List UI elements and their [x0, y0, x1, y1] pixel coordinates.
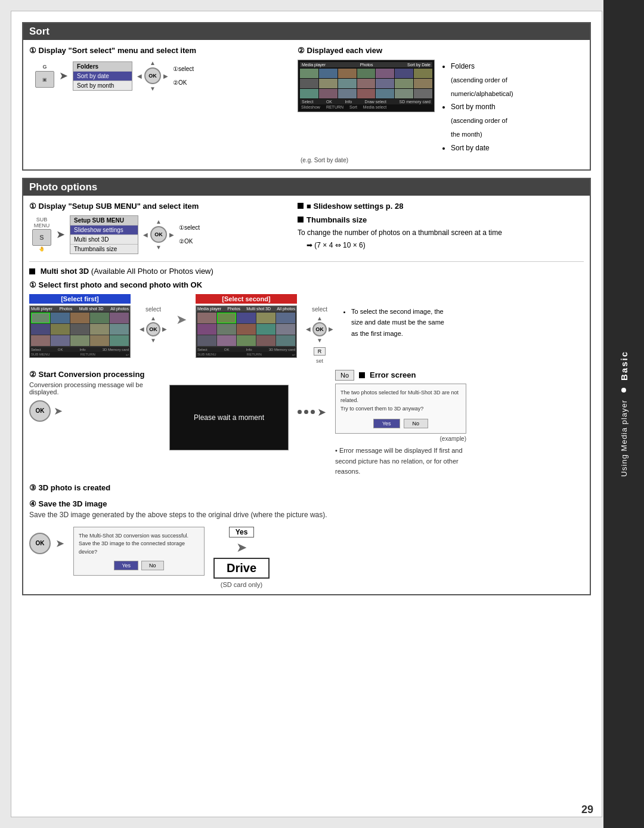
save-no-btn[interactable]: No	[141, 561, 164, 570]
no-label-box: No	[335, 370, 354, 381]
sort-eg-label: (e.g. Sort by date)	[301, 157, 584, 163]
wait-screen: Please wait a moment	[169, 385, 289, 450]
page-number: 29	[581, 804, 593, 816]
start-conversion-title: ② Start Conversion processing	[29, 370, 160, 379]
save-dialog: The Multi-Shot 3D conversion was success…	[73, 527, 205, 576]
sidebar-using-label: Using Media player	[620, 400, 628, 477]
error-screen-title: Error screen	[359, 370, 416, 379]
ok-btn-select-first[interactable]: OK	[146, 322, 160, 336]
error-note: • Error message will be displayed If fir…	[335, 446, 484, 477]
multishot-section: Multi shot 3D (Available All Photo or Ph…	[29, 261, 584, 588]
photo-select-label: ①select	[179, 224, 200, 231]
camera-g-icon: G ▣	[35, 64, 54, 88]
ok-btn-select-second[interactable]: OK	[312, 322, 327, 336]
sidebar-basic-label: Basic	[619, 351, 629, 381]
error-yes-btn[interactable]: Yes	[373, 419, 400, 428]
select-second-label: [Select second]	[196, 294, 297, 304]
save-desc: Save the 3D image generated by the above…	[29, 511, 584, 519]
ok-button-sort[interactable]: OK	[144, 67, 161, 84]
sort-section-header: Sort	[23, 23, 590, 40]
photo-ok-label: ②OK	[179, 238, 200, 245]
multishot-title: Multi shot 3D (Available All Photo or Ph…	[29, 267, 584, 276]
sort-select-label: ①select	[173, 66, 194, 72]
step4-title: ④ Save the 3D image	[29, 499, 584, 508]
photo-step1-title: ① Display "Setup SUB MENU" and select it…	[29, 202, 286, 211]
select-photos-title: ① Select first photo and second photo wi…	[29, 280, 584, 289]
error-no-btn[interactable]: No	[404, 419, 429, 428]
second-photo-grid: Media playerPhotosMulti shot 3DAll photo…	[196, 305, 297, 358]
slideshow-title: ■ Slideshow settings p. 28	[298, 202, 584, 211]
sort-menu-list: Folders Sort by date Sort by month	[73, 61, 132, 91]
photo-options-header: Photo options	[23, 179, 590, 196]
error-screen-box: The two photos selected for Multi-Shot 3…	[335, 384, 466, 434]
start-conversion-desc: Conversion processing message wil be dis…	[29, 381, 160, 396]
sort-section: Sort ① Display "Sort select" menu and se…	[22, 22, 591, 171]
photo-options-section: Photo options ① Display "Setup SUB MENU"…	[22, 178, 591, 595]
sort-bullet-list: Folders(ascending order ofnumeric/alphab…	[451, 60, 513, 155]
select-first-label: [Select first]	[29, 294, 131, 304]
arrow-right-1: ➤	[59, 69, 68, 82]
thumbnails-desc: To change the number of photos on a thum…	[298, 227, 584, 239]
first-photo-grid: Multi playerPhotosMulti shot 3DAll photo…	[29, 305, 131, 358]
drive-box: Drive	[213, 558, 270, 579]
yes-box: Yes	[229, 527, 255, 537]
right-sidebar: Basic Using Media player	[603, 0, 644, 828]
sort-view-mockup: Media playerPhotosSort by Date	[298, 60, 435, 112]
thumbnails-title: Thumbnails size	[298, 215, 584, 224]
sidebar-dot	[621, 388, 626, 393]
sort-menu-diagram: G ▣ ➤ Folders Sort by date Sort by month	[35, 60, 286, 92]
thumbnails-formula: ➡ (7 × 4 ⇔ 10 × 6)	[306, 241, 584, 249]
photo-menu-list: Setup SUB MENU Slideshow settings Multi …	[70, 215, 138, 254]
sd-only-label: (SD card only)	[221, 581, 262, 588]
ok-hand-icon[interactable]: OK	[29, 400, 51, 422]
sort-step2-title: ② Displayed each view	[298, 46, 584, 55]
save-yes-btn[interactable]: Yes	[114, 561, 138, 570]
sort-ok-label: ②OK	[173, 79, 194, 86]
sub-menu-icon: S	[32, 229, 51, 246]
save-ok-btn[interactable]: OK	[29, 533, 51, 554]
sort-step1-title: ① Display "Sort select" menu and select …	[29, 46, 286, 55]
ok-button-photo[interactable]: OK	[150, 226, 167, 243]
example-label: (example)	[335, 435, 466, 442]
step3-title: ③ 3D photo is created	[29, 483, 584, 492]
